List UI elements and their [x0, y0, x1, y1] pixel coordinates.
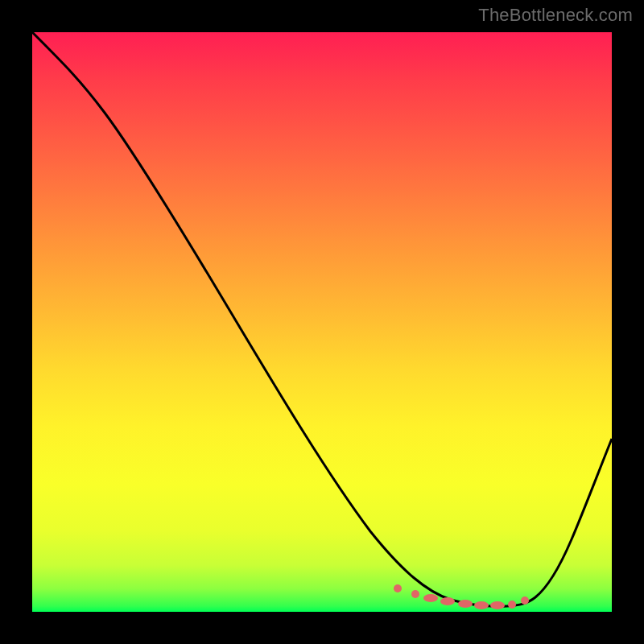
svg-point-2 [423, 594, 438, 602]
brand-watermark: TheBottleneck.com [478, 5, 633, 26]
chart-frame: TheBottleneck.com [0, 0, 644, 644]
svg-point-6 [490, 601, 505, 609]
svg-point-0 [394, 584, 402, 592]
chart-svg [32, 32, 612, 612]
svg-point-1 [411, 590, 419, 598]
svg-point-7 [508, 601, 516, 609]
optimal-markers [394, 584, 529, 609]
plot-area [32, 32, 612, 612]
svg-point-4 [458, 600, 473, 608]
svg-point-8 [521, 597, 529, 605]
svg-point-5 [474, 601, 489, 609]
bottleneck-curve [32, 32, 612, 606]
svg-point-3 [440, 597, 455, 605]
